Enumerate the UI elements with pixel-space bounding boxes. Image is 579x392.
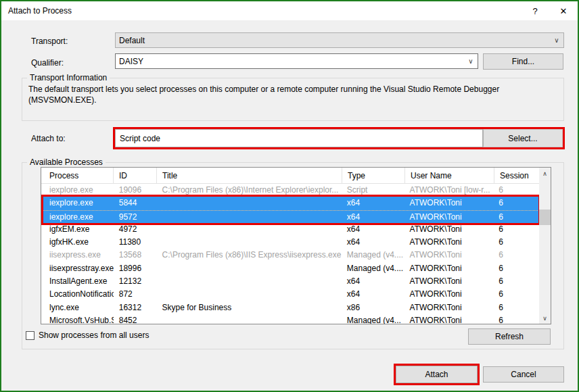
table-cell: 6 [493, 197, 539, 210]
table-cell: x64 [342, 211, 404, 223]
table-cell: lync.exe [41, 301, 114, 314]
table-row[interactable]: igfxEM.exe4972x64ATWORK\Toni6 [41, 223, 539, 236]
transport-value: Default [116, 36, 550, 45]
table-cell: 9572 [114, 211, 157, 223]
attach-button[interactable]: Attach [396, 366, 478, 383]
table-cell [157, 275, 342, 288]
table-cell: ATWORK\Toni [404, 314, 494, 324]
find-button[interactable]: Find... [483, 53, 563, 70]
table-cell: InstallAgent.exe [41, 275, 114, 288]
table-cell [157, 236, 342, 249]
table-cell: ATWORK\Toni [404, 262, 494, 275]
table-row[interactable]: iexplore.exe5844x64ATWORK\Toni6 [41, 197, 539, 210]
table-cell: x64 [342, 275, 404, 288]
table-cell: iisexpress.exe [41, 249, 114, 262]
table-cell [157, 288, 342, 301]
scrollbar-thumb[interactable] [539, 210, 551, 225]
transport-info-legend: Transport Information [27, 73, 110, 82]
attach-to-highlight: Script code Select... [113, 127, 565, 149]
cancel-button[interactable]: Cancel [483, 366, 564, 383]
table-cell: x64 [342, 236, 404, 249]
table-cell: 12132 [114, 275, 157, 288]
table-row[interactable]: Microsoft.VsHub.Ser...8452Managed (v4...… [41, 314, 539, 324]
select-button[interactable]: Select... [483, 129, 563, 147]
attach-to-process-dialog: Attach to Process ? ✕ Transport: Default… [0, 0, 579, 392]
table-cell: 6 [493, 211, 539, 223]
table-row[interactable]: iisexpresstray.exe18996Managed (v4....AT… [41, 262, 539, 275]
titlebar-buttons: ? ✕ [521, 1, 578, 20]
table-cell: 6 [493, 236, 539, 249]
table-cell: x64 [342, 223, 404, 236]
table-row[interactable]: igfxHK.exe11380x64ATWORK\Toni6 [41, 236, 539, 249]
table-cell: ATWORK\Toni [404, 236, 494, 249]
table-cell [157, 262, 342, 275]
table-cell: Managed (v4.... [342, 249, 404, 262]
attach-button-highlight: Attach [394, 364, 480, 385]
table-cell: 6 [493, 249, 539, 262]
table-cell: ATWORK\Toni [404, 288, 494, 301]
table-cell: 11380 [114, 236, 157, 249]
column-header[interactable]: User Name [405, 168, 494, 183]
table-row[interactable]: LocationNotification...872x64ATWORK\Toni… [41, 288, 539, 301]
table-cell: iisexpresstray.exe [41, 262, 114, 275]
table-cell: ATWORK\Toni [404, 197, 494, 210]
table-cell: igfxEM.exe [41, 223, 114, 236]
table-cell: Managed (v4.... [342, 262, 404, 275]
chevron-down-icon: ∨ [464, 57, 478, 65]
table-row[interactable]: iexplore.exe19096C:\Program Files (x86)\… [41, 184, 539, 197]
show-all-users-label: Show processes from all users [39, 330, 149, 340]
table-cell: iexplore.exe [41, 197, 114, 210]
titlebar: Attach to Process ? ✕ [1, 1, 578, 20]
column-header[interactable]: Type [342, 168, 405, 183]
refresh-button[interactable]: Refresh [468, 328, 551, 345]
help-button[interactable]: ? [521, 1, 549, 20]
table-cell: 13568 [114, 249, 157, 262]
attach-to-label: Attach to: [31, 134, 66, 143]
table-cell: x64 [342, 288, 404, 301]
table-cell: Skype for Business [157, 301, 342, 314]
table-cell: 16312 [114, 301, 157, 314]
vertical-scrollbar[interactable]: ∧ ∨ [539, 168, 551, 324]
column-header[interactable]: Process [41, 168, 114, 183]
transport-dropdown[interactable]: Default ∨ [115, 32, 564, 48]
table-cell: 6 [493, 301, 539, 314]
process-list-header: ProcessIDTitleTypeUser NameSession [41, 168, 551, 184]
qualifier-combobox[interactable]: DAISY ∨ [115, 53, 478, 69]
table-cell: 6 [493, 288, 539, 301]
qualifier-label: Qualifier: [31, 58, 64, 68]
table-cell [157, 314, 342, 324]
table-cell: 5844 [114, 197, 157, 210]
table-cell: iexplore.exe [41, 211, 114, 223]
qualifier-value: DAISY [116, 57, 464, 66]
table-cell: x64 [342, 197, 404, 210]
column-header[interactable]: Title [157, 168, 342, 183]
table-cell: 18996 [114, 262, 157, 275]
table-cell: igfxHK.exe [41, 236, 114, 249]
table-cell: 8452 [114, 314, 157, 324]
table-cell: 6 [493, 275, 539, 288]
table-row[interactable]: iisexpress.exe13568C:\Program Files (x86… [41, 249, 539, 262]
table-cell: ATWORK\Toni [404, 249, 494, 262]
table-cell: Managed (v4... [342, 314, 404, 324]
table-row[interactable]: InstallAgent.exe12132x64ATWORK\Toni6 [41, 275, 539, 288]
show-all-users-checkbox[interactable] [26, 331, 34, 340]
table-row[interactable]: iexplore.exe9572x64ATWORK\Toni6 [41, 210, 539, 223]
table-cell: 6 [493, 223, 539, 236]
scroll-down-icon[interactable]: ∨ [539, 312, 551, 324]
transport-info-line2: (MSVSMON.EXE). [28, 95, 97, 105]
table-cell: 4972 [114, 223, 157, 236]
table-cell: 19096 [114, 184, 157, 197]
show-all-users-row: Show processes from all users [26, 330, 149, 340]
column-header[interactable]: Session [494, 168, 540, 183]
table-cell: 6 [493, 314, 539, 324]
table-cell: 6 [493, 262, 539, 275]
close-button[interactable]: ✕ [549, 1, 578, 20]
table-cell: ATWORK\Toni [404, 301, 494, 314]
scroll-up-icon[interactable]: ∧ [539, 168, 551, 179]
column-header[interactable]: ID [114, 168, 157, 183]
table-cell: LocationNotification... [41, 288, 114, 301]
transport-label: Transport: [31, 36, 68, 46]
table-row[interactable]: lync.exe16312Skype for Businessx86ATWORK… [41, 301, 539, 314]
table-cell: ATWORK\Toni [low-r... [404, 184, 494, 197]
attach-to-textbox[interactable]: Script code [115, 129, 483, 147]
